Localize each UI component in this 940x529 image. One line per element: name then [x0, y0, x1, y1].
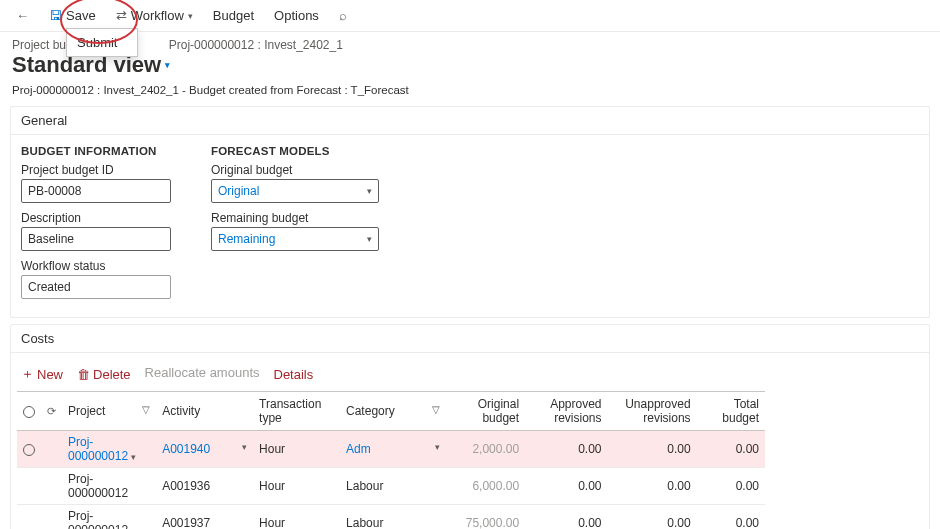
cell-activity[interactable]: A001936 — [156, 468, 253, 505]
costs-header[interactable]: Costs — [11, 325, 929, 353]
chevron-down-icon: ▾ — [367, 234, 372, 244]
budget-info-group: BUDGET INFORMATION Project budget ID PB-… — [21, 145, 171, 307]
costs-section: Costs ＋ New 🗑 Delete Reallocate amounts … — [10, 324, 930, 529]
budget-button[interactable]: Budget — [205, 4, 262, 27]
cell-txn: Hour — [253, 468, 340, 505]
cell-project[interactable]: Proj-000000012 ▾ — [62, 431, 156, 468]
new-label: New — [37, 367, 63, 382]
budget-info-heading: BUDGET INFORMATION — [21, 145, 171, 157]
workflow-icon: ⇄ — [116, 8, 127, 23]
refresh-icon — [47, 404, 56, 418]
cell-txn: Hour — [253, 431, 340, 468]
reallocate-button: Reallocate amounts — [145, 365, 260, 383]
col-appr[interactable]: Approved revisions — [525, 392, 607, 431]
forecast-heading: FORECAST MODELS — [211, 145, 379, 157]
cell-appr: 0.00 — [525, 505, 607, 530]
col-total[interactable]: Total budget — [697, 392, 765, 431]
rem-budget-label: Remaining budget — [211, 211, 379, 225]
workflow-dropdown: Submit — [66, 28, 138, 57]
budget-id-input[interactable]: PB-00008 — [21, 179, 171, 203]
search-button[interactable] — [331, 4, 355, 27]
cell-project[interactable]: Proj-000000012 — [62, 468, 156, 505]
rem-budget-value: Remaining — [218, 232, 275, 246]
col-project[interactable]: Project▽ — [62, 392, 156, 431]
page-title[interactable]: Standard view ▾ — [0, 52, 940, 84]
workflow-status-input: Created — [21, 275, 171, 299]
col-txn[interactable]: Transaction type — [253, 392, 340, 431]
orig-budget-label: Original budget — [211, 163, 379, 177]
general-section: General BUDGET INFORMATION Project budge… — [10, 106, 930, 318]
details-button[interactable]: Details — [274, 365, 314, 383]
description-value: Baseline — [28, 232, 74, 246]
new-button[interactable]: ＋ New — [21, 365, 63, 383]
cell-activity[interactable]: A001940 ▾ — [156, 431, 253, 468]
cell-appr: 0.00 — [525, 431, 607, 468]
description-label: Description — [21, 211, 171, 225]
delete-label: Delete — [93, 367, 131, 382]
cell-txn: Hour — [253, 505, 340, 530]
col-orig[interactable]: Original budget — [446, 392, 525, 431]
save-icon — [49, 8, 62, 23]
row-select[interactable] — [17, 431, 41, 468]
cell-category[interactable]: Labour — [340, 505, 446, 530]
cell-activity[interactable]: A001937 — [156, 505, 253, 530]
workflow-submit-item[interactable]: Submit — [67, 29, 137, 56]
filter-icon: ▽ — [142, 404, 150, 415]
chevron-down-icon: ▾ — [367, 186, 372, 196]
row-select[interactable] — [17, 505, 41, 530]
table-row[interactable]: Proj-000000012 ▾A001940 ▾HourAdm ▾2,000.… — [17, 431, 765, 468]
col-unappr[interactable]: Unapproved revisions — [608, 392, 697, 431]
col-activity[interactable]: Activity — [156, 392, 253, 431]
cell-orig: 2,000.00 — [446, 431, 525, 468]
workflow-label: Workflow — [131, 8, 184, 23]
budget-id-value: PB-00008 — [28, 184, 81, 198]
options-label: Options — [274, 8, 319, 23]
orig-budget-select[interactable]: Original▾ — [211, 179, 379, 203]
cell-category[interactable]: Adm ▾ — [340, 431, 446, 468]
workflow-status-label: Workflow status — [21, 259, 171, 273]
orig-budget-value: Original — [218, 184, 259, 198]
description-input[interactable]: Baseline — [21, 227, 171, 251]
cell-unappr: 0.00 — [608, 505, 697, 530]
cell-project[interactable]: Proj-000000012 — [62, 505, 156, 530]
table-row[interactable]: Proj-000000012A001937HourLabour75,000.00… — [17, 505, 765, 530]
cell-orig: 75,000.00 — [446, 505, 525, 530]
workflow-button[interactable]: ⇄Workflow ▾ — [108, 4, 201, 27]
filter-icon: ▽ — [432, 404, 440, 415]
delete-button[interactable]: 🗑 Delete — [77, 365, 131, 383]
chevron-down-icon: ▾ — [188, 11, 193, 21]
costs-toolbar: ＋ New 🗑 Delete Reallocate amounts Detail… — [17, 357, 923, 391]
table-row[interactable]: Proj-000000012A001936HourLabour6,000.000… — [17, 468, 765, 505]
col-category[interactable]: Category▽ — [340, 392, 446, 431]
breadcrumb: Project budgets Proj-000000012 : Invest_… — [0, 32, 940, 52]
toolbar: Save ⇄Workflow ▾ Budget Options Submit — [0, 0, 940, 32]
workflow-status-value: Created — [28, 280, 71, 294]
cell-unappr: 0.00 — [608, 468, 697, 505]
cell-unappr: 0.00 — [608, 431, 697, 468]
cell-orig: 6,000.00 — [446, 468, 525, 505]
back-arrow-icon — [16, 8, 29, 23]
cell-total: 0.00 — [697, 431, 765, 468]
row-select[interactable] — [17, 468, 41, 505]
budget-id-label: Project budget ID — [21, 163, 171, 177]
search-icon — [339, 8, 347, 23]
chevron-down-icon: ▾ — [165, 60, 170, 70]
cell-total: 0.00 — [697, 468, 765, 505]
cell-total: 0.00 — [697, 505, 765, 530]
costs-grid: Project▽ Activity Transaction type Categ… — [17, 391, 765, 529]
forecast-models-group: FORECAST MODELS Original budget Original… — [211, 145, 379, 307]
save-label: Save — [66, 8, 96, 23]
breadcrumb-proj: Proj-000000012 : Invest_2402_1 — [169, 38, 343, 52]
page-subtitle: Proj-000000012 : Invest_2402_1 - Budget … — [0, 84, 940, 106]
rem-budget-select[interactable]: Remaining▾ — [211, 227, 379, 251]
options-button[interactable]: Options — [266, 4, 327, 27]
save-button[interactable]: Save — [41, 4, 104, 27]
col-refresh[interactable] — [41, 392, 62, 431]
back-button[interactable] — [8, 4, 37, 27]
col-select[interactable] — [17, 392, 41, 431]
budget-label: Budget — [213, 8, 254, 23]
cell-category[interactable]: Labour — [340, 468, 446, 505]
cell-appr: 0.00 — [525, 468, 607, 505]
general-header[interactable]: General — [11, 107, 929, 135]
